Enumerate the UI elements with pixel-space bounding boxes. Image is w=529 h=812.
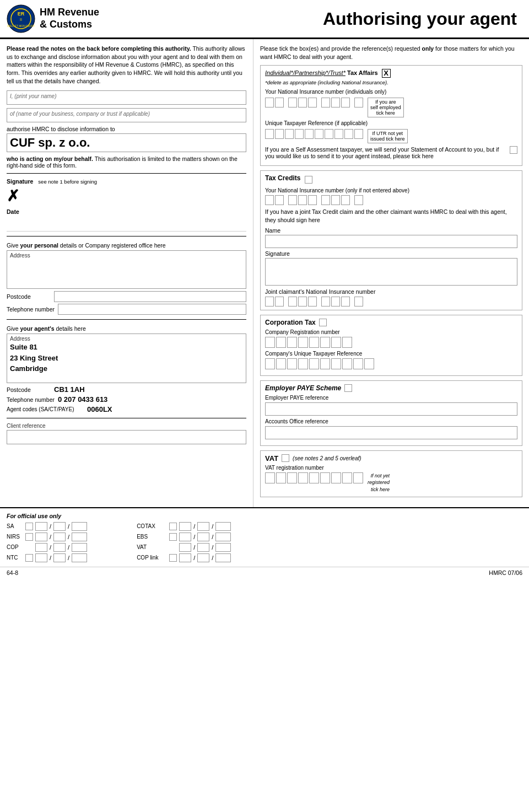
client-ref-box[interactable] (7, 430, 246, 444)
tel-field[interactable] (58, 304, 246, 315)
vreg-3[interactable] (287, 472, 297, 483)
cop-date-1[interactable] (35, 543, 47, 552)
creg-7[interactable] (331, 337, 341, 348)
ebs-date-1[interactable] (179, 533, 191, 541)
jni-4[interactable] (298, 297, 307, 306)
utr-box-9[interactable] (344, 129, 353, 139)
utr-box-5[interactable] (305, 129, 314, 139)
vreg-8[interactable] (342, 472, 352, 483)
ni-box-4[interactable] (298, 98, 307, 107)
sig-box-tc[interactable] (265, 258, 517, 286)
nirs-checkbox[interactable] (25, 533, 33, 541)
ebs-date-3[interactable] (215, 533, 231, 541)
vat-off-date-2[interactable] (197, 543, 209, 552)
utr-box-6[interactable] (315, 129, 323, 139)
cutr-5[interactable] (309, 358, 319, 369)
name-field[interactable]: I, (print your name) (7, 90, 246, 105)
coplink-date-2[interactable] (197, 553, 209, 562)
jni-1[interactable] (265, 297, 274, 306)
postcode-field[interactable] (54, 291, 246, 302)
tc-ni-2[interactable] (275, 195, 284, 205)
jni-6[interactable] (321, 297, 330, 306)
creg-5[interactable] (309, 337, 319, 348)
utr-box-8[interactable] (334, 129, 343, 139)
cutr-9[interactable] (353, 358, 363, 369)
cutr-6[interactable] (320, 358, 330, 369)
ebs-date-2[interactable] (197, 533, 209, 541)
jni-2[interactable] (275, 297, 284, 306)
sa-date-3[interactable] (72, 522, 87, 531)
employer-paye-checkbox[interactable] (344, 384, 352, 392)
cop-date-2[interactable] (53, 543, 66, 552)
cotax-date-1[interactable] (179, 522, 191, 531)
cutr-2[interactable] (276, 358, 286, 369)
tax-credits-checkbox[interactable] (305, 176, 312, 184)
ntc-checkbox[interactable] (25, 554, 33, 562)
utr-box-2[interactable] (275, 129, 284, 139)
ni-box-3[interactable] (288, 98, 297, 107)
cotax-date-2[interactable] (197, 522, 209, 531)
cotax-date-3[interactable] (215, 522, 231, 531)
tc-ni-9[interactable] (354, 195, 363, 205)
coplink-date-3[interactable] (215, 553, 231, 562)
coplink-checkbox[interactable] (169, 554, 177, 562)
accounts-office-box[interactable] (265, 426, 517, 439)
cutr-7[interactable] (331, 358, 341, 369)
cutr-1[interactable] (265, 358, 275, 369)
vreg-4[interactable] (298, 472, 308, 483)
employer-paye-ref-box[interactable] (265, 402, 517, 416)
cutr-4[interactable] (298, 358, 308, 369)
vreg-1[interactable] (265, 472, 275, 483)
sa-date-2[interactable] (53, 522, 66, 531)
ni-box-6[interactable] (321, 98, 330, 107)
statement-checkbox[interactable] (510, 146, 517, 154)
date-field[interactable] (7, 215, 246, 232)
creg-1[interactable] (265, 337, 275, 348)
individual-checkbox[interactable]: X (382, 69, 391, 78)
tc-ni-1[interactable] (265, 195, 274, 205)
business-field[interactable]: of (name of your business, company or tr… (7, 108, 246, 122)
jni-5[interactable] (308, 297, 317, 306)
coplink-date-1[interactable] (179, 553, 191, 562)
ntc-date-2[interactable] (53, 553, 66, 562)
creg-8[interactable] (342, 337, 352, 348)
tc-ni-5[interactable] (308, 195, 317, 205)
jni-7[interactable] (331, 297, 340, 306)
personal-address-box[interactable]: Address (7, 250, 246, 289)
vat-off-date-3[interactable] (215, 543, 231, 552)
vreg-9[interactable] (353, 472, 363, 483)
agent-address-box[interactable]: Address Suite 81 23 King Street Cambridg… (7, 334, 246, 383)
ebs-checkbox[interactable] (169, 533, 177, 541)
creg-3[interactable] (287, 337, 297, 348)
tc-ni-8[interactable] (341, 195, 350, 205)
cotax-checkbox[interactable] (169, 523, 177, 530)
tc-ni-6[interactable] (321, 195, 330, 205)
name-box[interactable] (265, 235, 517, 248)
ntc-date-1[interactable] (35, 553, 47, 562)
utr-box-7[interactable] (325, 129, 333, 139)
jni-9[interactable] (354, 297, 363, 306)
vreg-6[interactable] (320, 472, 330, 483)
ni-box-1[interactable] (265, 98, 274, 107)
ni-box-9[interactable] (354, 98, 363, 107)
vat-checkbox[interactable] (282, 454, 289, 462)
vat-off-date-1[interactable] (179, 543, 191, 552)
corp-tax-checkbox[interactable] (319, 319, 327, 326)
sa-date-1[interactable] (35, 522, 47, 531)
cop-date-3[interactable] (72, 543, 87, 552)
ni-box-8[interactable] (341, 98, 350, 107)
ni-box-5[interactable] (308, 98, 317, 107)
nirs-date-2[interactable] (53, 533, 66, 541)
creg-2[interactable] (276, 337, 286, 348)
ntc-date-3[interactable] (72, 553, 87, 562)
jni-8[interactable] (341, 297, 350, 306)
tc-ni-3[interactable] (288, 195, 297, 205)
sa-checkbox[interactable] (25, 523, 33, 530)
cutr-8[interactable] (342, 358, 352, 369)
nirs-date-1[interactable] (35, 533, 47, 541)
jni-3[interactable] (288, 297, 297, 306)
ni-box-2[interactable] (275, 98, 284, 107)
creg-4[interactable] (298, 337, 308, 348)
cutr-10[interactable] (364, 358, 374, 369)
tc-ni-4[interactable] (298, 195, 307, 205)
